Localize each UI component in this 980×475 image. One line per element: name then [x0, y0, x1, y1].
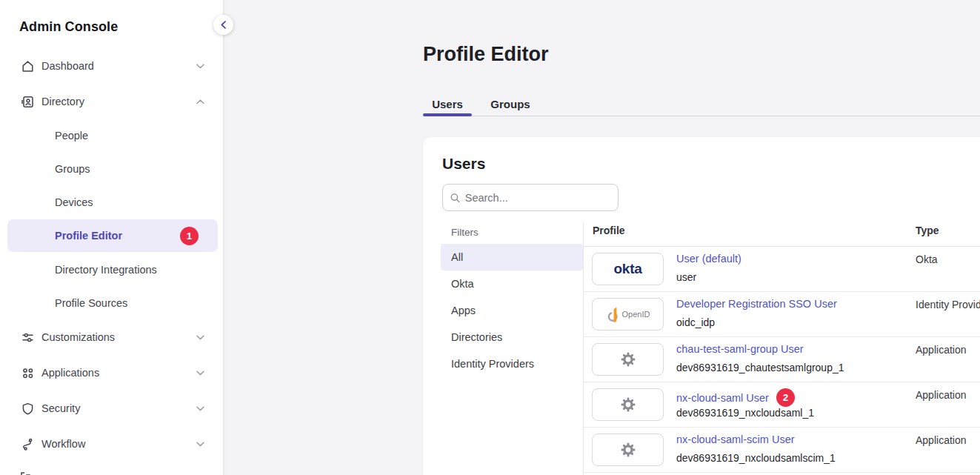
apps-grid-icon	[21, 366, 35, 380]
profile-type: Application	[916, 389, 967, 401]
search-input[interactable]	[465, 192, 610, 204]
admin-console-screen: Admin Console Dashboard Directory	[0, 0, 980, 475]
sidebar-item-label: Applications	[41, 367, 99, 379]
panel-heading: Users	[442, 155, 485, 173]
home-icon	[21, 59, 35, 73]
gear-icon	[592, 434, 664, 466]
sliders-icon	[21, 330, 35, 345]
sidebar-item-label: Profile Editor	[55, 230, 122, 242]
table-row: OpenID Developer Registration SSO User o…	[584, 292, 980, 337]
sidebar-item-groups[interactable]: Groups	[0, 152, 224, 185]
filters-panel: Filters All Okta Apps Directories Identi…	[441, 222, 583, 377]
openid-glyph-icon	[606, 306, 619, 323]
profile-type: Identity Provider	[916, 299, 980, 310]
chevron-down-icon	[196, 371, 204, 376]
step-badge-2: 2	[776, 388, 795, 407]
chevron-down-icon	[196, 442, 204, 447]
search-icon	[450, 193, 460, 203]
sidebar-item-label: Directory Integrations	[55, 264, 157, 276]
sidebar-item-directory[interactable]: Directory	[0, 84, 224, 119]
sidebar-item-label: People	[55, 130, 88, 142]
table-row: nx-cloud-saml User 2 dev86931619_nxcloud…	[584, 382, 980, 428]
filter-okta[interactable]: Okta	[441, 270, 583, 297]
chevron-down-icon	[196, 406, 204, 411]
profile-type: Application	[916, 434, 967, 446]
page-title: Profile Editor	[423, 43, 549, 66]
active-tab-indicator	[423, 113, 472, 116]
users-panel: Users Filters All Okta Apps Directories …	[423, 137, 980, 475]
profile-link-label: nx-cloud-saml User	[676, 392, 769, 404]
chevron-up-icon	[196, 99, 204, 104]
filters-label: Filters	[441, 225, 583, 240]
table-row: nx-cloud-saml-scim User dev86931619_nxcl…	[584, 428, 980, 473]
column-header-profile: Profile	[593, 225, 625, 236]
profile-link-label: User (default)	[676, 253, 741, 265]
profile-link-label: Developer Registration SSO User	[676, 298, 837, 310]
sidebar-item-applications[interactable]: Applications	[0, 355, 224, 391]
sidebar-item-label: Directory	[41, 96, 84, 107]
column-header-type: Type	[916, 225, 939, 236]
profile-link-label: nx-cloud-saml-scim User	[676, 434, 795, 445]
sidebar-item-label: Customizations	[41, 331, 115, 343]
profile-link[interactable]: nx-cloud-saml User 2	[676, 388, 795, 407]
chevron-down-icon	[196, 64, 204, 69]
profiles-table: Profile Type okta User (default) user Ok…	[584, 222, 980, 473]
profile-type: Application	[916, 344, 967, 356]
sidebar-item-profile-sources[interactable]: Profile Sources	[0, 286, 224, 319]
sidebar-item-customizations[interactable]: Customizations	[0, 319, 224, 355]
sidebar: Admin Console Dashboard Directory	[0, 0, 224, 475]
directory-icon	[21, 95, 35, 109]
sidebar-item-label: Workflow	[41, 438, 85, 450]
gear-icon	[592, 343, 664, 376]
workflow-icon	[21, 437, 35, 451]
search-box[interactable]	[442, 184, 619, 211]
sidebar-item-label: Groups	[55, 163, 90, 175]
sidebar-item-people[interactable]: People	[0, 119, 224, 152]
sidebar-item-label: Profile Sources	[55, 297, 127, 309]
openid-logo: OpenID	[592, 298, 664, 330]
okta-logo: okta	[592, 253, 664, 285]
sidebar-item-devices[interactable]: Devices	[0, 185, 224, 219]
sidebar-item-label: Dashboard	[41, 60, 94, 72]
tab-groups[interactable]: Groups	[484, 93, 537, 115]
table-header: Profile Type	[584, 222, 980, 247]
table-row: okta User (default) user Okta	[584, 247, 980, 292]
sidebar-item-dashboard[interactable]: Dashboard	[0, 48, 224, 84]
tab-users[interactable]: Users	[423, 93, 472, 115]
table-row: chau-test-saml-group User dev86931619_ch…	[584, 337, 980, 382]
app-title: Admin Console	[19, 19, 118, 35]
sidebar-item-security[interactable]: Security	[0, 391, 224, 426]
sidebar-collapse-button[interactable]	[213, 15, 233, 35]
profile-subtitle: dev86931619_nxcloudsaml_1	[676, 407, 814, 419]
shield-icon	[21, 402, 35, 416]
sidebar-item-workflow[interactable]: Workflow	[0, 426, 224, 462]
reports-icon-partial	[21, 468, 31, 475]
filter-apps[interactable]: Apps	[441, 297, 583, 324]
sidebar-item-label: Devices	[55, 196, 93, 208]
sidebar-item-label: Security	[41, 402, 80, 414]
filter-all[interactable]: All	[441, 244, 583, 270]
profile-subtitle: dev86931619_chautestsamlgroup_1	[676, 362, 844, 373]
tab-divider	[423, 116, 980, 116]
chevron-down-icon	[196, 335, 204, 340]
profile-link[interactable]: chau-test-saml-group User	[676, 343, 804, 355]
profile-link-label: chau-test-saml-group User	[676, 343, 804, 355]
filter-identity-providers[interactable]: Identity Providers	[441, 351, 583, 377]
tab-bar: Users Groups	[423, 93, 537, 115]
profile-type: Okta	[916, 253, 938, 265]
profile-subtitle: user	[676, 271, 696, 283]
profile-subtitle: oidc_idp	[676, 316, 715, 328]
sidebar-item-profile-editor[interactable]: Profile Editor 1	[7, 219, 218, 252]
gear-icon	[592, 388, 664, 421]
profile-link[interactable]: Developer Registration SSO User	[676, 298, 837, 310]
profile-link[interactable]: nx-cloud-saml-scim User	[676, 434, 795, 445]
profile-link[interactable]: User (default)	[676, 253, 741, 265]
sidebar-item-directory-integrations[interactable]: Directory Integrations	[0, 253, 224, 286]
filter-directories[interactable]: Directories	[441, 324, 583, 351]
step-badge-1: 1	[180, 227, 199, 245]
chevron-left-icon	[220, 21, 227, 29]
profile-subtitle: dev86931619_nxcloudsamlscim_1	[676, 452, 836, 464]
